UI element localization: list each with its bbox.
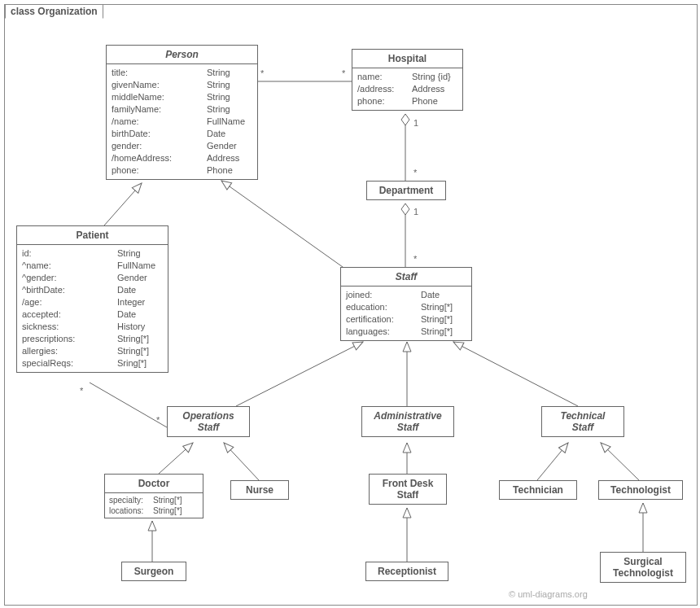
class-person: Person title:StringgivenName:Stringmiddl… xyxy=(106,45,258,180)
class-name: AdministrativeStaff xyxy=(362,407,453,436)
class-staff: Staff joined:Dateeducation:String[*]cert… xyxy=(340,267,472,341)
class-name: Patient xyxy=(17,226,168,245)
svg-line-10 xyxy=(224,443,259,480)
class-technical-staff: TechnicalStaff xyxy=(541,406,624,437)
class-surgeon: Surgeon xyxy=(121,562,186,581)
class-name: TechnicalStaff xyxy=(542,407,623,436)
class-administrative-staff: AdministrativeStaff xyxy=(361,406,454,437)
svg-line-4 xyxy=(221,181,348,271)
class-technician: Technician xyxy=(499,480,577,500)
class-name: Technologist xyxy=(599,481,682,499)
svg-line-13 xyxy=(601,443,639,480)
mult-patient-opstaff-right: * xyxy=(156,415,160,425)
class-name: Staff xyxy=(341,268,471,287)
class-hospital: Hospital name:String {id}/address:Addres… xyxy=(352,49,463,111)
class-name: Nurse xyxy=(231,481,288,499)
class-attrs: specialty:String[*]locations:String[*] xyxy=(105,493,203,518)
mult-dept-staff-one: 1 xyxy=(413,207,418,217)
class-name: SurgicalTechnologist xyxy=(601,553,685,582)
diagram-canvas: class Organization xyxy=(0,0,700,608)
mult-patient-opstaff-left: * xyxy=(80,386,83,396)
mult-person-hospital-right: * xyxy=(342,68,345,78)
mult-dept-staff-many: * xyxy=(413,254,417,264)
svg-line-5 xyxy=(90,383,167,427)
class-patient: Patient id:String^name:FullName^gender:G… xyxy=(16,225,168,373)
mult-person-hospital-left: * xyxy=(260,68,264,78)
class-name: Doctor xyxy=(105,475,203,493)
svg-line-6 xyxy=(236,342,363,406)
class-attrs: name:String {id}/address:Addressphone:Ph… xyxy=(352,68,462,110)
class-name: Front DeskStaff xyxy=(370,475,446,504)
class-operations-staff: OperationsStaff xyxy=(167,406,250,437)
class-name: Department xyxy=(367,182,445,199)
class-nurse: Nurse xyxy=(230,480,289,500)
svg-line-9 xyxy=(159,443,193,474)
class-name: Hospital xyxy=(352,50,462,68)
mult-hospital-dept-many: * xyxy=(413,168,417,177)
svg-line-3 xyxy=(104,183,142,225)
mult-hospital-dept-one: 1 xyxy=(413,118,418,128)
svg-line-8 xyxy=(453,342,578,406)
class-receptionist: Receptionist xyxy=(365,562,448,581)
class-department: Department xyxy=(366,181,446,200)
class-name: OperationsStaff xyxy=(168,407,249,436)
class-name: Technician xyxy=(500,481,576,499)
svg-line-12 xyxy=(537,443,568,480)
class-surgical-technologist: SurgicalTechnologist xyxy=(600,552,686,583)
class-name: Receptionist xyxy=(366,562,448,580)
class-doctor: Doctor specialty:String[*]locations:Stri… xyxy=(104,474,203,518)
class-name: Person xyxy=(107,46,257,64)
class-attrs: joined:Dateeducation:String[*]certificat… xyxy=(341,287,471,340)
class-attrs: id:String^name:FullName^gender:Gender^bi… xyxy=(17,245,168,372)
class-name: Surgeon xyxy=(122,562,186,580)
class-technologist: Technologist xyxy=(598,480,683,500)
class-attrs: title:StringgivenName:StringmiddleName:S… xyxy=(107,64,257,179)
watermark: © uml-diagrams.org xyxy=(509,589,588,599)
class-front-desk-staff: Front DeskStaff xyxy=(369,474,447,505)
